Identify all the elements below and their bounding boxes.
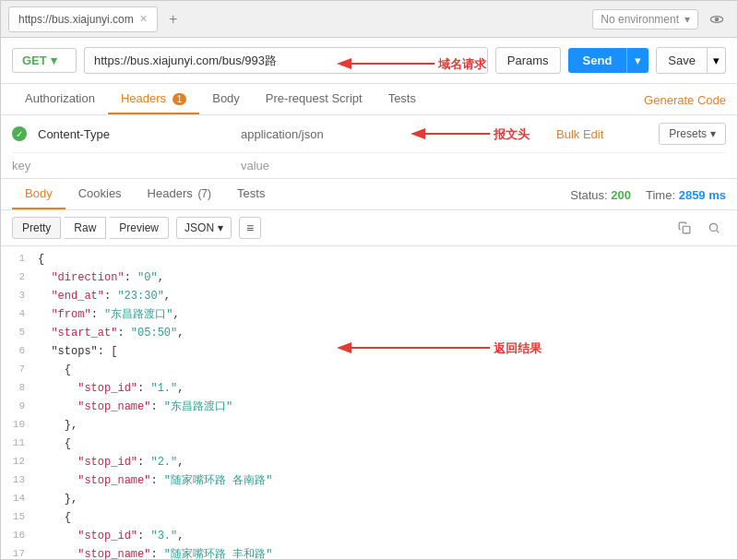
resp-tab-cookies[interactable]: Cookies [65,179,135,209]
generate-code-link[interactable]: Generate Code [644,92,726,106]
line-content: }, [34,417,737,434]
save-dropdown-button[interactable]: ▾ [708,47,726,74]
line-number: 6 [1,343,34,360]
response-area: Body Cookies Headers (7) Tests Status: 2… [1,179,737,559]
tab-authorization[interactable]: Authorization [12,84,108,114]
headers-badge: 1 [173,93,187,105]
line-number: 3 [1,288,34,304]
search-button[interactable] [702,216,726,240]
line-number: 8 [1,380,34,397]
code-line: 4 "from": "东昌路渡口", [1,305,737,324]
line-content: "stop_id": "3.", [34,528,737,544]
line-number: 4 [1,306,34,323]
line-number: 5 [1,325,34,341]
code-line: 15 { [1,508,737,527]
wrap-button[interactable]: ≡ [239,217,261,239]
line-content: "from": "东昌路渡口", [34,306,737,323]
environment-selector[interactable]: No environment ▾ [592,9,698,30]
url-tab[interactable]: https://bus.xiajunyi.com ✕ [8,6,158,32]
method-selector[interactable]: GET ▾ [12,48,77,73]
response-tabs: Body Cookies Headers (7) Tests Status: 2… [1,179,737,210]
response-status: Status: 200 Time: 2859 ms [570,187,726,201]
header-row-content-type: ✓ Content-Type application/json Bulk Edi… [12,115,726,153]
save-button[interactable]: Save [656,47,708,74]
line-content: "start_at": "05:50", [34,325,737,341]
format-selector[interactable]: JSON ▾ [176,217,232,239]
method-chevron-icon: ▾ [51,54,57,67]
line-number: 12 [1,454,34,471]
line-number: 1 [1,251,34,268]
resp-tab-body[interactable]: Body [12,179,65,209]
code-line: 5 "start_at": "05:50", [1,324,737,342]
preview-button[interactable]: Preview [110,217,169,239]
send-button[interactable]: Send [568,48,627,73]
params-button[interactable]: Params [495,47,561,74]
send-chevron-icon: ▾ [635,54,641,67]
svg-point-9 [709,223,717,231]
line-content: "stop_name": "东昌路渡口" [34,399,737,415]
line-number: 14 [1,491,34,507]
code-line: 6 "stops": [ [1,342,737,361]
code-line: 12 "stop_id": "2.", [1,453,737,471]
url-tab-label: https://bus.xiajunyi.com [18,13,134,26]
presets-button[interactable]: Presets ▾ [659,123,726,145]
new-tab-button[interactable]: + [163,9,184,30]
key-placeholder: key [12,159,241,173]
send-dropdown-button[interactable]: ▾ [626,48,649,73]
line-content: "stop_id": "1.", [34,380,737,397]
line-number: 2 [1,269,34,286]
bulk-edit-link[interactable]: Bulk Edit [556,127,603,141]
line-number: 17 [1,546,34,559]
svg-line-10 [717,231,720,233]
chevron-down-icon: ▾ [684,13,690,26]
tab-body[interactable]: Body [199,84,253,114]
copy-button[interactable] [673,216,696,240]
code-line: 10 }, [1,416,737,435]
line-content: "stops": [ [34,343,737,360]
tab-prerequest[interactable]: Pre-request Script [253,84,375,114]
line-content: { [34,509,737,526]
response-toolbar: Pretty Raw Preview JSON ▾ ≡ [1,210,737,246]
tab-headers[interactable]: Headers 1 [108,84,199,114]
line-number: 7 [1,362,34,378]
raw-button[interactable]: Raw [65,217,106,239]
code-area: 1{2 "direction": "0",3 "end_at": "23:30"… [1,246,737,559]
headers-section: ✓ Content-Type application/json Bulk Edi… [1,115,737,179]
code-line: 3 "end_at": "23:30", [1,287,737,305]
header-checkbox[interactable]: ✓ [12,126,38,141]
code-line: 8 "stop_id": "1.", [1,379,737,398]
url-input[interactable] [84,47,488,74]
line-content: "stop_name": "随家嘴环路 各南路" [34,472,737,489]
line-content: "end_at": "23:30", [34,288,737,304]
code-line: 9 "stop_name": "东昌路渡口" [1,398,737,416]
env-label: No environment [601,13,679,26]
resp-tab-tests[interactable]: Tests [224,179,278,209]
header-empty-row: key value [12,153,726,178]
save-chevron-icon: ▾ [713,54,720,67]
svg-rect-8 [683,226,690,233]
presets-chevron-icon: ▾ [710,127,716,140]
line-content: "stop_id": "2.", [34,454,737,471]
eye-button[interactable] [704,6,730,32]
code-line: 7 { [1,361,737,379]
tab-close-icon[interactable]: ✕ [139,13,148,25]
check-icon: ✓ [12,126,27,141]
svg-point-1 [715,18,718,20]
status-value: 200 [611,187,631,201]
tab-tests[interactable]: Tests [375,84,429,114]
line-number: 15 [1,509,34,526]
header-key-label: Content-Type [38,127,241,141]
line-number: 16 [1,528,34,544]
code-line: 17 "stop_name": "随家嘴环路 丰和路" [1,545,737,559]
request-bar: GET ▾ Params Send ▾ Save ▾ [1,38,737,84]
time-value: 2859 ms [679,187,726,201]
resp-tab-headers[interactable]: Headers (7) [135,179,224,209]
pretty-button[interactable]: Pretty [12,217,61,239]
time-label: Time: 2859 ms [646,187,726,201]
header-value-label: application/json [241,127,556,141]
code-line: 14 }, [1,490,737,508]
code-line: 13 "stop_name": "随家嘴环路 各南路" [1,471,737,490]
value-placeholder: value [241,159,726,173]
request-bar-wrapper: GET ▾ Params Send ▾ Save ▾ [1,38,737,84]
code-line: 1{ [1,250,737,268]
